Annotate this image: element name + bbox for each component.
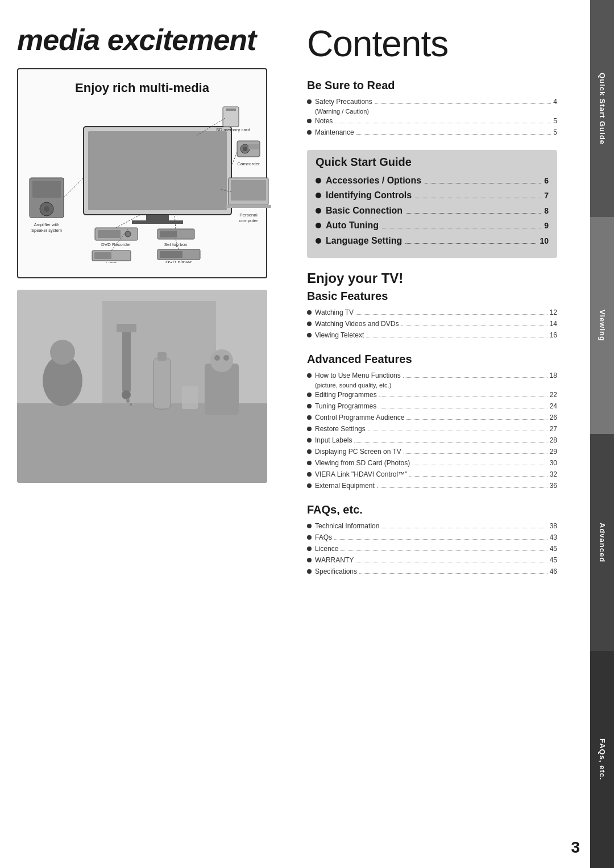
toc-item: Specifications 46 [307,566,557,577]
side-tab-faqs[interactable]: FAQs, etc. [590,651,614,868]
toc-text: FAQs [315,532,332,542]
toc-text: Displaying PC Screen on TV [315,446,401,457]
quick-dots [425,183,541,183]
svg-point-20 [44,206,49,212]
toc-page: 27 [550,424,557,434]
svg-text:Speaker system: Speaker system [31,228,62,233]
page-number: 3 [571,838,580,857]
toc-item: Maintenance 5 [307,127,557,137]
svg-rect-48 [117,324,136,332]
side-tab-viewing[interactable]: Viewing [590,217,614,434]
toc-text: WARRANTY [315,555,354,565]
svg-point-56 [50,340,75,365]
toc-item: Safety Precautions 4 [307,97,557,107]
toc-page: 30 [550,458,557,468]
toc-sub: (Warning / Caution) [315,108,557,115]
toc-page: 16 [550,330,557,340]
toc-item: External Equipment 36 [307,481,557,491]
side-tab-label: Advanced [598,523,607,562]
quick-page: 8 [544,206,549,217]
side-tab-advanced[interactable]: Advanced [590,434,614,651]
svg-text:Amplifier with: Amplifier with [34,222,60,227]
svg-rect-47 [122,324,131,392]
bullet-icon [307,333,312,337]
toc-item: Displaying PC Screen on TV 29 [307,446,557,457]
bullet-icon [307,524,312,528]
bullet-icon [307,472,312,477]
quick-item: Accessories / Options 6 [316,174,549,187]
svg-rect-14 [226,205,271,208]
quick-text: Language Setting [326,235,402,247]
bullet-icon [307,130,312,135]
toc-dots [356,134,551,135]
svg-rect-31 [94,252,111,259]
bullet-icon [307,373,312,378]
svg-line-37 [231,152,237,166]
advanced-features-title: Advanced Features [307,353,557,366]
toc-dots [377,487,547,488]
toc-page: 43 [550,532,557,542]
bullet-icon [316,178,321,183]
bullet-icon [307,449,312,454]
toc-dots [335,123,551,123]
toc-page: 36 [550,481,557,491]
side-tabs: Quick Start Guide Viewing Advanced FAQs,… [590,0,614,868]
toc-item: Viewing Teletext 16 [307,330,557,340]
toc-item: WARRANTY 45 [307,555,557,565]
toc-text: Safety Precautions [315,97,372,107]
basic-features-title: Basic Features [307,290,557,303]
toc-page: 26 [550,412,557,423]
toc-text: Notes [315,116,333,126]
svg-point-54 [130,403,132,406]
toc-dots [401,326,547,326]
tv-section-title: Enjoy rich multi-media [27,81,258,95]
svg-rect-28 [160,231,177,237]
section-faqs: FAQs, etc. Technical Information 38 FAQs… [307,503,557,577]
quick-page: 9 [544,220,549,232]
svg-rect-24 [98,230,121,238]
toc-text: Restore Settings [315,424,366,434]
toc-dots [375,103,551,104]
toc-page: 38 [550,521,557,531]
toc-text: Maintenance [315,127,354,137]
toc-item: Restore Settings 27 [307,424,557,434]
svg-rect-34 [160,251,182,258]
svg-point-58 [210,349,233,372]
section-enjoy-tv: Enjoy your TV! Basic Features Watching T… [307,270,557,340]
svg-text:DVD Recorder: DVD Recorder [101,242,131,247]
bullet-icon [307,99,312,104]
quick-text: Accessories / Options [326,174,421,187]
bullet-icon [316,238,321,244]
quick-text: Auto Tuning [326,219,379,232]
quick-page: 6 [544,176,549,187]
toc-page: 45 [550,555,557,565]
svg-rect-50 [154,358,171,409]
side-tab-quick-start[interactable]: Quick Start Guide [590,0,614,217]
quick-text: Basic Connection [326,205,403,217]
toc-dots [341,550,547,551]
bullet-icon [307,546,312,551]
toc-dots [368,431,547,431]
tv-diagram: SD memory card Camcorder Personal comput… [27,104,258,269]
tv-illustration-box: Enjoy rich multi-media SD memory card Ca… [17,68,267,278]
toc-page: 28 [550,435,557,445]
toc-text: Watching Videos and DVDs [315,319,399,329]
bullet-icon [316,193,321,198]
toc-item: Watching TV 12 [307,307,557,318]
toc-text: Licence [315,544,338,554]
quick-item: Basic Connection 8 [316,205,549,217]
photo-illustration [17,290,267,483]
side-tab-label: Quick Start Guide [598,73,607,145]
quick-start-guide-box: Quick Start Guide Accessories / Options … [307,150,557,258]
toc-item: VIERA Link "HDAVI Control™" 32 [307,469,557,479]
svg-text:Personal: Personal [239,212,258,218]
quick-start-title: Quick Start Guide [316,156,549,169]
svg-point-53 [126,398,130,403]
svg-rect-2 [146,215,169,220]
bullet-icon [307,119,312,123]
faqs-title: FAQs, etc. [307,503,557,516]
toc-page: 5 [553,116,557,126]
enjoy-tv-title: Enjoy your TV! [307,270,557,286]
bullet-icon [307,427,312,431]
svg-rect-51 [157,352,167,361]
